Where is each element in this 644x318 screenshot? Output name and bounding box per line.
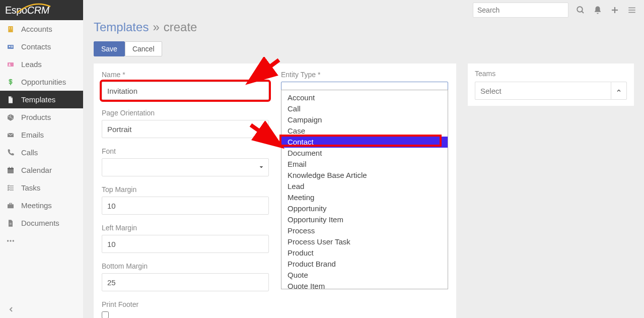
svg-point-30 (7, 240, 9, 241)
font-label: Font (102, 147, 269, 155)
breadcrumb-current: create (164, 20, 197, 34)
entity-option[interactable]: Opportunity Item (281, 214, 448, 225)
sidebar-more[interactable] (0, 232, 83, 249)
svg-rect-27 (8, 204, 14, 208)
cube-icon (6, 113, 15, 121)
sidebar-item-calendar[interactable]: Calendar (0, 161, 83, 179)
teams-panel: Teams (468, 63, 634, 106)
entity-option[interactable]: Case (281, 125, 448, 137)
entity-option[interactable]: Call (281, 103, 448, 114)
entity-option[interactable]: Product Brand (281, 259, 448, 270)
entity-option[interactable]: Document (281, 148, 448, 159)
search-input[interactable] (473, 3, 568, 18)
breadcrumb-sep: » (153, 20, 159, 34)
entity-option[interactable]: Product (281, 247, 448, 259)
print-footer-checkbox[interactable] (102, 311, 109, 318)
id-card-icon (6, 43, 15, 51)
entity-option[interactable]: Email (281, 159, 448, 170)
entity-option[interactable]: Campaign (281, 114, 448, 125)
dollar-icon (6, 78, 15, 86)
svg-rect-21 (8, 168, 14, 169)
sidebar-item-label: Calendar (21, 166, 52, 174)
entity-option[interactable]: Opportunity (281, 203, 448, 214)
briefcase-icon (6, 202, 15, 210)
page-orientation-select[interactable]: Portrait (102, 120, 269, 138)
sidebar-item-label: Tasks (21, 183, 40, 192)
sidebar-item-accounts[interactable]: Accounts (0, 20, 83, 38)
file-icon (6, 96, 15, 104)
app-logo[interactable]: EspoCRM (0, 0, 83, 20)
sidebar-item-leads[interactable]: Leads (0, 55, 83, 73)
sidebar-collapse-button[interactable] (7, 305, 15, 315)
entity-option[interactable]: Account (281, 92, 448, 103)
svg-rect-8 (9, 27, 10, 28)
breadcrumb-root[interactable]: Templates (94, 20, 149, 34)
menu-icon[interactable] (627, 5, 637, 15)
sidebar-item-opportunities[interactable]: Opportunities (0, 73, 83, 91)
save-button[interactable]: Save (94, 41, 125, 56)
svg-rect-16 (8, 62, 14, 67)
entity-option[interactable]: Quote (281, 270, 448, 281)
search-icon[interactable] (576, 5, 586, 15)
notifications-icon[interactable] (593, 5, 603, 15)
entity-option[interactable]: Meeting (281, 192, 448, 203)
svg-line-1 (582, 11, 584, 13)
calendar-icon (6, 166, 15, 174)
font-select[interactable] (102, 158, 269, 176)
more-icon (6, 239, 15, 242)
teams-expand-button[interactable] (611, 82, 627, 100)
sidebar-item-tasks[interactable]: Tasks (0, 179, 83, 197)
cancel-button[interactable]: Cancel (125, 41, 162, 56)
svg-rect-9 (11, 27, 12, 28)
sidebar-item-meetings[interactable]: Meetings (0, 197, 83, 214)
sidebar-item-contacts[interactable]: Contacts (0, 38, 83, 55)
building-icon (6, 25, 15, 33)
bottom-margin-input[interactable] (102, 273, 269, 291)
entity-option[interactable]: Process User Task (281, 236, 448, 247)
top-margin-input[interactable] (102, 197, 269, 215)
svg-rect-15 (11, 47, 13, 47)
action-bar: Save Cancel (94, 41, 634, 56)
entity-option[interactable]: Lead (281, 181, 448, 192)
quick-create-icon[interactable] (610, 5, 620, 15)
sidebar-item-calls[interactable]: Calls (0, 144, 83, 161)
sidebar-item-label: Opportunities (21, 78, 66, 86)
main-content: Templates » create Save Cancel Name * Pa… (94, 20, 634, 318)
form-panel: Name * Page Orientation Portrait Font (94, 63, 456, 318)
sidebar-item-templates[interactable]: Templates (0, 91, 83, 108)
page-orientation-label: Page Orientation (102, 109, 269, 117)
teams-select-input[interactable] (475, 82, 611, 100)
svg-rect-14 (11, 46, 13, 46)
svg-point-17 (9, 63, 11, 65)
sidebar-item-products[interactable]: Products (0, 108, 83, 126)
sidebar-item-label: Leads (21, 60, 42, 69)
entity-type-dropdown: AccountCallCampaignCaseContactDocumentEm… (281, 90, 448, 289)
svg-point-13 (9, 46, 11, 47)
entity-option[interactable]: Contact (281, 137, 448, 148)
phone-icon (6, 149, 15, 157)
sidebar-item-emails[interactable]: Emails (0, 126, 83, 144)
sidebar-item-label: Meetings (21, 201, 52, 210)
sidebar-item-label: Calls (21, 148, 38, 157)
left-margin-input[interactable] (102, 235, 269, 253)
sidebar-item-label: Emails (21, 131, 44, 139)
sidebar-item-label: Documents (21, 219, 59, 227)
sidebar-item-label: Products (21, 113, 51, 121)
sidebar-item-documents[interactable]: Documents (0, 214, 83, 232)
doc-icon (6, 219, 15, 227)
mail-icon (6, 131, 15, 139)
name-input[interactable] (102, 82, 269, 100)
svg-rect-7 (8, 26, 13, 32)
entity-option[interactable]: Process (281, 225, 448, 236)
entity-option[interactable]: Knowledge Base Article (281, 170, 448, 181)
top-bar (0, 0, 644, 20)
top-margin-label: Top Margin (102, 185, 269, 194)
entity-type-label: Entity Type * (281, 71, 448, 79)
breadcrumb: Templates » create (94, 20, 634, 34)
entity-option[interactable]: Quote Item (281, 281, 448, 289)
left-margin-label: Left Margin (102, 224, 269, 232)
name-label: Name * (102, 71, 269, 79)
sidebar: EspoCRM AccountsContactsLeadsOpportuniti… (0, 0, 84, 318)
logo-text-b: CRM (26, 5, 50, 16)
sidebar-item-label: Accounts (21, 25, 52, 33)
